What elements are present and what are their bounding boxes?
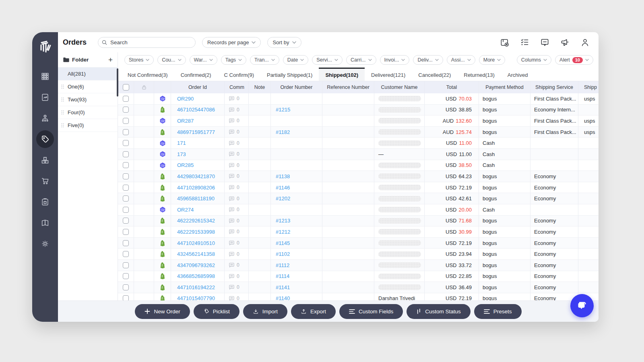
col-header-comments[interactable]: Comm — [225, 81, 249, 93]
comments-cell[interactable]: 0 — [225, 293, 249, 300]
comments-cell[interactable]: 0 — [225, 149, 249, 160]
order-id-link[interactable]: 4622291533998 — [177, 229, 215, 235]
comments-cell[interactable]: 0 — [225, 138, 249, 148]
chat-icon[interactable] — [540, 38, 549, 47]
order-id-link[interactable]: 4671025447086 — [177, 107, 215, 113]
picklist-button[interactable]: Picklist — [194, 304, 239, 319]
table-row[interactable]: OR287 0 AUD 132.60 bogus First Class Pac… — [118, 115, 599, 127]
status-tab[interactable]: Not Confirmed(3) — [121, 68, 174, 81]
user-icon[interactable] — [580, 38, 590, 47]
order-number-link[interactable]: #1138 — [276, 173, 290, 179]
order-number-link[interactable]: #1146 — [276, 185, 290, 191]
order-id-link[interactable]: 4622292615342 — [177, 218, 215, 224]
status-tab[interactable]: Shipped(102) — [319, 68, 365, 81]
row-checkbox[interactable] — [123, 251, 129, 257]
row-checkbox[interactable] — [123, 185, 129, 191]
comments-cell[interactable]: 0 — [225, 282, 249, 293]
export-button[interactable]: Export — [291, 304, 336, 319]
order-number-link[interactable]: #1140 — [276, 295, 290, 300]
chat-launcher-button[interactable] — [570, 294, 594, 317]
drag-handle-icon[interactable] — [61, 123, 65, 128]
status-tab[interactable]: Cancelled(22) — [412, 68, 457, 81]
table-row[interactable]: 4471015407790 0 #1140 Darshan Trivedi US… — [118, 293, 599, 300]
alert-button[interactable]: Alert 10 — [555, 55, 593, 65]
table-row[interactable]: 4622291533998 0 #1212 USD 30.99 bogus Ec… — [118, 226, 599, 238]
package-cancel-icon[interactable] — [500, 38, 509, 47]
col-header-service[interactable]: Shipping Service — [530, 81, 578, 93]
table-row[interactable]: 4347096793262 0 #1112 USD 33.72 bogus Ec… — [118, 260, 599, 271]
order-number-link[interactable]: #1102 — [276, 251, 290, 257]
order-number-link[interactable]: #1114 — [276, 273, 289, 279]
row-checkbox[interactable] — [123, 207, 129, 213]
folder-item[interactable]: One(6) — [58, 80, 118, 93]
filter-chip[interactable]: Carri... — [346, 55, 376, 65]
order-id-link[interactable]: 4366852685998 — [177, 273, 215, 279]
import-button[interactable]: Import — [243, 304, 287, 319]
order-number-link[interactable]: #1141 — [276, 284, 290, 290]
table-row[interactable]: 4429803421870 0 #1138 USD 64.23 bogus Ec… — [118, 171, 599, 182]
status-tab[interactable]: C Confirm(9) — [218, 68, 260, 81]
row-checkbox[interactable] — [123, 140, 129, 146]
order-id-link[interactable]: 4324562141358 — [177, 251, 215, 257]
row-checkbox[interactable] — [123, 162, 129, 168]
comments-cell[interactable]: 0 — [225, 115, 249, 126]
filter-chip[interactable]: Deliv... — [413, 55, 443, 65]
search-input[interactable] — [98, 37, 196, 48]
columns-button[interactable]: Columns — [517, 55, 551, 65]
comments-cell[interactable]: 0 — [225, 226, 249, 237]
filter-chip[interactable]: Date — [283, 55, 308, 65]
sidebar-item-reports[interactable] — [36, 88, 54, 106]
comments-cell[interactable]: 0 — [225, 171, 249, 182]
order-id-link[interactable]: 4596588118190 — [177, 195, 215, 202]
sort-by-dropdown[interactable]: Sort by — [267, 37, 301, 48]
col-header-payment[interactable]: Payment Method — [479, 81, 530, 93]
sidebar-item-apps[interactable] — [36, 68, 54, 85]
row-checkbox[interactable] — [123, 195, 129, 202]
folder-item[interactable]: Five(0) — [58, 119, 118, 132]
col-header-reference[interactable]: Reference Number — [322, 81, 374, 93]
col-header-note[interactable]: Note — [249, 81, 271, 93]
folder-item[interactable]: Four(0) — [58, 106, 118, 119]
order-id-link[interactable]: OR290 — [177, 96, 194, 102]
row-checkbox[interactable] — [123, 173, 129, 179]
col-header-carrier[interactable]: Shipp — [578, 81, 599, 93]
sidebar-item-settings[interactable] — [36, 235, 54, 253]
row-checkbox[interactable] — [123, 151, 129, 157]
filter-chip[interactable]: More — [479, 55, 505, 65]
filter-chip[interactable]: Invoi... — [380, 55, 410, 65]
comments-cell[interactable]: 0 — [225, 160, 249, 171]
order-id-link[interactable]: 4471015407790 — [177, 295, 215, 300]
comments-cell[interactable]: 0 — [225, 182, 249, 193]
row-checkbox[interactable] — [123, 273, 129, 279]
presets-button[interactable]: Presets — [474, 304, 522, 319]
filter-chip[interactable]: Cou... — [157, 55, 186, 65]
sidebar-item-network[interactable] — [36, 109, 54, 127]
drag-handle-icon[interactable] — [61, 84, 65, 89]
table-row[interactable]: 4622292615342 0 #1213 USD 71.68 bogus Ec… — [118, 216, 599, 227]
table-row[interactable]: OR290 0 USD 70.03 bogus First Class Pack… — [118, 93, 599, 105]
row-checkbox[interactable] — [123, 218, 129, 224]
folder-item[interactable]: Two(93) — [58, 93, 118, 106]
table-row[interactable]: 4471024910510 0 #1145 USD 72.19 bogus Ec… — [118, 238, 599, 249]
custom-status-button[interactable]: Custom Status — [407, 304, 471, 319]
comments-cell[interactable]: 0 — [225, 93, 249, 104]
order-id-link[interactable]: 171 — [177, 140, 186, 146]
order-id-link[interactable]: OR285 — [177, 162, 194, 168]
checklist-icon[interactable] — [520, 38, 529, 47]
col-header-order-number[interactable]: Order Number — [271, 81, 322, 93]
col-header-order-id[interactable]: Order Id — [171, 81, 225, 93]
order-id-link[interactable]: 4471016194222 — [177, 284, 215, 290]
col-header-total[interactable]: Total — [425, 81, 479, 93]
order-id-link[interactable]: 173 — [177, 151, 186, 157]
table-row[interactable]: 4324562141358 0 #1102 USD 23.94 bogus Ec… — [118, 249, 599, 260]
filter-chip[interactable]: Assi... — [447, 55, 475, 65]
status-tab[interactable]: Delivered(121) — [365, 68, 412, 81]
order-number-link[interactable]: #1215 — [276, 107, 290, 113]
megaphone-icon[interactable] — [560, 38, 570, 47]
filter-chip[interactable]: Tran... — [250, 55, 279, 65]
comments-cell[interactable]: 0 — [225, 249, 249, 259]
row-checkbox[interactable] — [123, 240, 129, 246]
status-tab[interactable]: Partially Shipped(1) — [260, 68, 319, 81]
row-checkbox[interactable] — [123, 107, 129, 113]
status-tab[interactable]: Confirmed(2) — [174, 68, 218, 81]
